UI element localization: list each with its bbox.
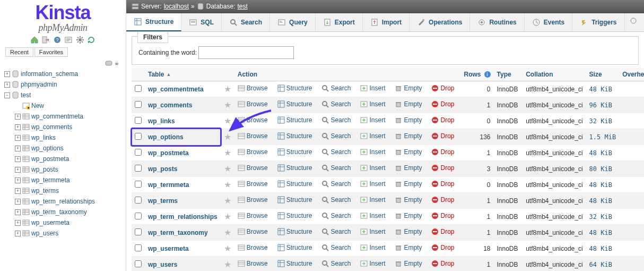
tree-table-link[interactable]: wp_links bbox=[31, 134, 56, 141]
search-action[interactable]: Search bbox=[321, 228, 351, 235]
table-name-link[interactable]: wp_comments bbox=[148, 101, 192, 109]
tree-expand-icon[interactable]: + bbox=[15, 135, 21, 141]
favorite-star-icon[interactable]: ★ bbox=[224, 228, 231, 237]
insert-action[interactable]: Insert bbox=[360, 100, 385, 108]
browse-action[interactable]: Browse bbox=[238, 180, 268, 188]
tree-expand-icon[interactable]: + bbox=[4, 82, 10, 88]
sql-icon[interactable] bbox=[64, 36, 73, 44]
table-name-link[interactable]: wp_term_taxonomy bbox=[148, 229, 208, 236]
table-name-link[interactable]: wp_commentmeta bbox=[148, 86, 204, 93]
tree-table-link[interactable]: wp_comments bbox=[31, 123, 72, 131]
tree-db-link[interactable]: information_schema bbox=[21, 70, 78, 78]
col-overhead[interactable]: Overhead bbox=[619, 68, 644, 81]
search-action[interactable]: Search bbox=[321, 148, 351, 156]
drop-action[interactable]: Drop bbox=[431, 148, 454, 156]
drop-action[interactable]: Drop bbox=[431, 164, 454, 172]
row-checkbox[interactable] bbox=[135, 228, 142, 235]
empty-action[interactable]: Empty bbox=[395, 212, 422, 219]
structure-action[interactable]: Structure bbox=[277, 228, 312, 235]
docs-icon[interactable]: ? bbox=[53, 36, 62, 44]
row-checkbox[interactable] bbox=[135, 244, 142, 251]
tab-more[interactable] bbox=[625, 13, 642, 31]
drop-action[interactable]: Drop bbox=[431, 132, 454, 140]
col-collation[interactable]: Collation bbox=[523, 68, 586, 81]
tree-expand-icon[interactable]: + bbox=[15, 209, 21, 215]
row-checkbox[interactable] bbox=[135, 260, 142, 267]
empty-action[interactable]: Empty bbox=[395, 228, 422, 235]
favorite-star-icon[interactable]: ★ bbox=[224, 132, 231, 141]
tab-query[interactable]: Query bbox=[270, 13, 316, 31]
drop-action[interactable]: Drop bbox=[431, 260, 454, 267]
browse-action[interactable]: Browse bbox=[238, 260, 268, 267]
structure-action[interactable]: Structure bbox=[277, 212, 312, 219]
favorite-star-icon[interactable]: ★ bbox=[224, 196, 231, 205]
col-type[interactable]: Type bbox=[494, 68, 523, 81]
insert-action[interactable]: Insert bbox=[360, 84, 385, 92]
tree-table-link[interactable]: wp_commentmeta bbox=[31, 113, 83, 120]
bc-server-link[interactable]: localhost bbox=[164, 3, 189, 10]
settings-icon[interactable] bbox=[76, 36, 84, 44]
row-checkbox[interactable] bbox=[135, 213, 142, 219]
col-rows[interactable]: Rowsi bbox=[461, 68, 494, 81]
row-checkbox[interactable] bbox=[135, 149, 142, 156]
drop-action[interactable]: Drop bbox=[431, 196, 454, 204]
filter-input[interactable] bbox=[198, 46, 294, 59]
logout-icon[interactable] bbox=[41, 36, 50, 44]
row-checkbox[interactable] bbox=[135, 181, 142, 188]
tree-expand-icon[interactable]: + bbox=[15, 231, 21, 236]
tree-table-link[interactable]: wp_termmeta bbox=[31, 176, 70, 184]
browse-action[interactable]: Browse bbox=[238, 148, 268, 156]
favorites-tab[interactable]: Favorites bbox=[34, 47, 68, 57]
empty-action[interactable]: Empty bbox=[395, 148, 422, 156]
tab-triggers[interactable]: Triggers bbox=[572, 13, 624, 31]
insert-action[interactable]: Insert bbox=[360, 196, 385, 204]
empty-action[interactable]: Empty bbox=[395, 196, 422, 204]
search-action[interactable]: Search bbox=[321, 164, 351, 172]
favorite-star-icon[interactable]: ★ bbox=[224, 84, 231, 94]
empty-action[interactable]: Empty bbox=[395, 84, 422, 92]
table-name-link[interactable]: wp_options bbox=[148, 133, 184, 141]
tab-export[interactable]: Export bbox=[316, 13, 363, 31]
empty-action[interactable]: Empty bbox=[395, 244, 422, 251]
tab-operations[interactable]: Operations bbox=[410, 13, 470, 31]
structure-action[interactable]: Structure bbox=[277, 244, 312, 251]
tree-table-link[interactable]: wp_posts bbox=[31, 166, 58, 173]
favorite-star-icon[interactable]: ★ bbox=[224, 164, 231, 173]
search-action[interactable]: Search bbox=[321, 260, 351, 267]
drop-action[interactable]: Drop bbox=[431, 180, 454, 188]
search-action[interactable]: Search bbox=[321, 196, 351, 204]
browse-action[interactable]: Browse bbox=[238, 244, 268, 251]
tree-new-link[interactable]: New bbox=[31, 102, 44, 109]
insert-action[interactable]: Insert bbox=[360, 244, 385, 251]
browse-action[interactable]: Browse bbox=[238, 212, 268, 219]
reload-icon[interactable] bbox=[87, 36, 95, 44]
empty-action[interactable]: Empty bbox=[395, 260, 422, 267]
insert-action[interactable]: Insert bbox=[360, 132, 385, 140]
row-checkbox[interactable] bbox=[135, 165, 142, 172]
browse-action[interactable]: Browse bbox=[238, 132, 268, 140]
empty-action[interactable]: Empty bbox=[395, 180, 422, 188]
search-action[interactable]: Search bbox=[321, 244, 351, 251]
tree-expand-icon[interactable]: + bbox=[15, 199, 21, 205]
bc-db-link[interactable]: test bbox=[237, 3, 247, 10]
search-action[interactable]: Search bbox=[321, 84, 351, 92]
structure-action[interactable]: Structure bbox=[277, 100, 312, 108]
drop-action[interactable]: Drop bbox=[431, 212, 454, 219]
row-checkbox[interactable] bbox=[135, 117, 142, 124]
structure-action[interactable]: Structure bbox=[277, 132, 312, 140]
tab-import[interactable]: Import bbox=[363, 13, 410, 31]
tree-expand-icon[interactable]: + bbox=[15, 114, 21, 120]
tab-events[interactable]: Events bbox=[525, 13, 572, 31]
table-name-link[interactable]: wp_users bbox=[148, 261, 177, 268]
browse-action[interactable]: Browse bbox=[238, 228, 268, 235]
table-name-link[interactable]: wp_usermeta bbox=[148, 245, 189, 252]
empty-action[interactable]: Empty bbox=[395, 164, 422, 172]
tree-db-link[interactable]: phpmyadmin bbox=[21, 81, 57, 88]
structure-action[interactable]: Structure bbox=[277, 260, 312, 267]
table-name-link[interactable]: wp_termmeta bbox=[148, 181, 189, 189]
insert-action[interactable]: Insert bbox=[360, 212, 385, 219]
insert-action[interactable]: Insert bbox=[360, 116, 385, 124]
drop-action[interactable]: Drop bbox=[431, 84, 454, 92]
favorite-star-icon[interactable]: ★ bbox=[224, 244, 231, 253]
favorite-star-icon[interactable]: ★ bbox=[224, 260, 231, 269]
